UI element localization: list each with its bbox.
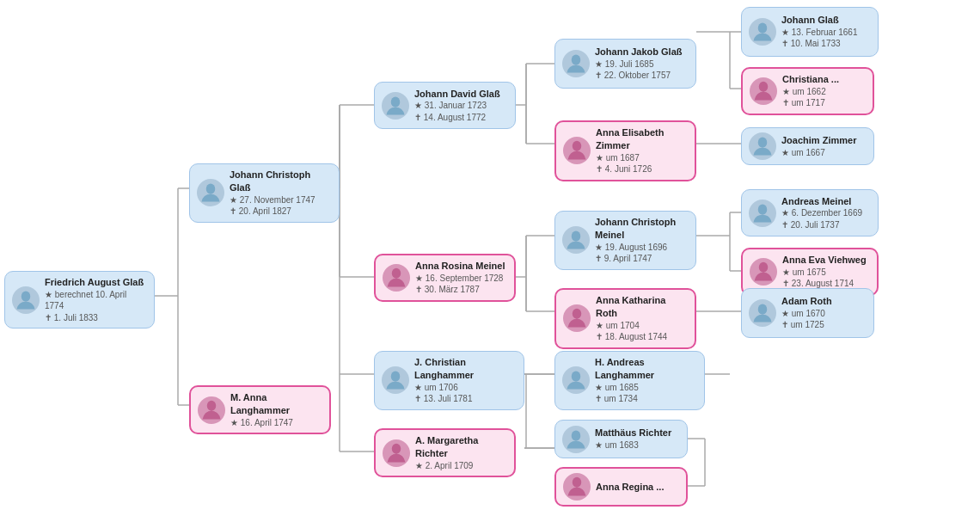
person-date-friedrich-0: ★ berechnet 10. April 1774 — [45, 289, 147, 312]
person-card-j_christian[interactable]: J. Christian Langhammer★ um 1706✝ 13. Ju… — [374, 351, 524, 410]
person-info-adam_roth: Adam Roth★ um 1670✝ um 1725 — [781, 295, 832, 331]
svg-point-63 — [390, 453, 402, 461]
svg-point-61 — [391, 372, 401, 382]
person-info-anna_rosina: Anna Rosina Meinel★ 16. September 1728✝ … — [415, 260, 505, 296]
svg-point-58 — [391, 96, 401, 107]
person-date-christiana-1: ✝ um 1717 — [782, 97, 839, 109]
person-card-adam_roth[interactable]: Adam Roth★ um 1670✝ um 1725 — [741, 288, 874, 338]
person-card-jakob[interactable]: Johann Jakob Glaß★ 19. Juli 1685✝ 22. Ok… — [554, 39, 696, 89]
person-name-adam_roth: Adam Roth — [781, 295, 832, 308]
svg-point-65 — [573, 141, 582, 151]
svg-point-66 — [571, 151, 583, 159]
person-name-anna_eva: Anna Eva Viehweg — [782, 254, 867, 267]
svg-point-78 — [758, 204, 768, 214]
person-card-anna_langhammer[interactable]: M. Anna Langhammer★ 16. April 1747 — [189, 385, 331, 434]
avatar-matthaus — [562, 426, 590, 453]
person-date-anna_langhammer-0: ★ 16. April 1747 — [230, 417, 322, 429]
svg-point-67 — [572, 231, 581, 242]
person-card-anna_rosina[interactable]: Anna Rosina Meinel★ 16. September 1728✝ … — [374, 254, 516, 302]
person-info-friedrich: Friedrich August Glaß★ berechnet 10. Apr… — [45, 276, 147, 323]
person-date-andreas_meinel-0: ★ 6. Dezember 1669 — [781, 207, 862, 219]
family-tree: Friedrich August Glaß★ berechnet 10. Apr… — [0, 0, 980, 516]
svg-point-71 — [572, 430, 581, 440]
person-date-johann_glas-1: ✝ 10. Mai 1733 — [781, 38, 858, 50]
person-info-christiana: Christiana ...★ um 1662✝ um 1717 — [782, 73, 839, 109]
person-date-h_andreas-1: ✝ um 1734 — [595, 393, 697, 405]
svg-point-76 — [757, 92, 769, 100]
person-info-david: Johann David Glaß★ 31. Januar 1723✝ 14. … — [414, 88, 500, 124]
person-date-anna_rosina-1: ✝ 30. März 1787 — [415, 284, 505, 296]
person-date-jc_meinel-1: ✝ 9. April 1747 — [595, 253, 689, 265]
person-card-matthaus[interactable]: Matthäus Richter★ um 1683 — [554, 420, 688, 458]
svg-point-64 — [572, 55, 581, 65]
person-card-a_margaretha[interactable]: A. Margaretha Richter★ 2. April 1709 — [374, 428, 516, 477]
avatar-anna_eva — [750, 258, 777, 286]
person-name-joachim: Joachim Zimmer — [781, 134, 856, 147]
person-info-anna_eva: Anna Eva Viehweg★ um 1675✝ 23. August 17… — [782, 254, 867, 290]
avatar-jakob — [562, 50, 590, 77]
avatar-andreas_meinel — [749, 200, 776, 227]
person-date-johann_glas-0: ★ 13. Februar 1661 — [781, 27, 858, 39]
person-card-anna_regina[interactable]: Anna Regina ... — [554, 467, 688, 507]
person-date-jakob-1: ✝ 22. Oktober 1757 — [595, 70, 682, 82]
person-name-anna_katharina: Anna Katharina Roth — [596, 294, 688, 320]
person-info-anna_langhammer: M. Anna Langhammer★ 16. April 1747 — [230, 391, 322, 428]
svg-point-70 — [572, 372, 581, 382]
person-date-david-1: ✝ 14. August 1772 — [414, 112, 500, 124]
person-date-anna_elisabeth-0: ★ um 1687 — [596, 152, 688, 164]
person-name-j_christian: J. Christian Langhammer — [414, 356, 517, 382]
person-name-anna_regina: Anna Regina ... — [596, 481, 664, 494]
person-date-j_christian-1: ✝ 13. Juli 1781 — [414, 393, 517, 405]
person-name-johann_glas: Johann Glaß — [781, 14, 858, 27]
person-info-a_margaretha: A. Margaretha Richter★ 2. April 1709 — [415, 434, 507, 471]
person-name-anna_langhammer: M. Anna Langhammer — [230, 391, 322, 417]
avatar-a_margaretha — [383, 439, 410, 467]
person-date-jc_meinel-0: ★ 19. August 1696 — [595, 242, 689, 254]
avatar-david — [382, 92, 409, 120]
person-card-david[interactable]: Johann David Glaß★ 31. Januar 1723✝ 14. … — [374, 82, 516, 129]
person-name-h_andreas: H. Andreas Langhammer — [595, 356, 697, 382]
person-info-jc_meinel: Johann Christoph Meinel★ 19. August 1696… — [595, 216, 689, 265]
person-info-andreas_meinel: Andreas Meinel★ 6. Dezember 1669✝ 20. Ju… — [781, 195, 862, 231]
avatar-friedrich — [12, 286, 40, 314]
person-card-anna_elisabeth[interactable]: Anna Elisabeth Zimmer★ um 1687✝ 4. Juni … — [554, 120, 696, 181]
person-card-andreas_meinel[interactable]: Andreas Meinel★ 6. Dezember 1669✝ 20. Ju… — [741, 189, 879, 236]
person-date-matthaus-0: ★ um 1683 — [595, 439, 671, 452]
person-date-anna_rosina-0: ★ 16. September 1728 — [415, 273, 505, 285]
avatar-anna_langhammer — [198, 396, 225, 424]
avatar-anna_rosina — [383, 264, 410, 292]
avatar-johann_glas — [749, 18, 776, 46]
svg-point-55 — [206, 184, 216, 194]
person-card-christoph[interactable]: Johann Christoph Glaß★ 27. November 1747… — [189, 163, 340, 223]
person-name-friedrich: Friedrich August Glaß — [45, 276, 147, 289]
person-name-jakob: Johann Jakob Glaß — [595, 46, 682, 58]
avatar-christiana — [750, 77, 777, 105]
person-name-christoph: Johann Christoph Glaß — [230, 169, 332, 194]
person-card-christiana[interactable]: Christiana ...★ um 1662✝ um 1717 — [741, 67, 874, 115]
person-date-christiana-0: ★ um 1662 — [782, 86, 839, 98]
avatar-anna_elisabeth — [563, 137, 591, 164]
person-info-matthaus: Matthäus Richter★ um 1683 — [595, 427, 671, 451]
svg-point-72 — [573, 477, 582, 488]
person-date-anna_katharina-0: ★ um 1704 — [596, 320, 688, 332]
person-info-joachim: Joachim Zimmer★ um 1667 — [781, 134, 856, 158]
person-card-johann_glas[interactable]: Johann Glaß★ 13. Februar 1661✝ 10. Mai 1… — [741, 7, 879, 57]
person-card-friedrich[interactable]: Friedrich August Glaß★ berechnet 10. Apr… — [4, 271, 155, 329]
person-date-h_andreas-0: ★ um 1685 — [595, 382, 697, 394]
person-card-h_andreas[interactable]: H. Andreas Langhammer★ um 1685✝ um 1734 — [554, 351, 705, 410]
person-name-anna_rosina: Anna Rosina Meinel — [415, 260, 505, 273]
svg-point-79 — [759, 262, 769, 273]
person-date-david-0: ★ 31. Januar 1723 — [414, 100, 500, 112]
svg-point-69 — [571, 319, 583, 327]
person-date-a_margaretha-0: ★ 2. April 1709 — [415, 460, 507, 472]
svg-point-75 — [759, 82, 769, 92]
person-info-christoph: Johann Christoph Glaß★ 27. November 1747… — [230, 169, 332, 218]
person-card-anna_katharina[interactable]: Anna Katharina Roth★ um 1704✝ 18. August… — [554, 288, 696, 349]
person-date-christoph-0: ★ 27. November 1747 — [230, 194, 332, 206]
person-card-jc_meinel[interactable]: Johann Christoph Meinel★ 19. August 1696… — [554, 211, 696, 270]
person-name-anna_elisabeth: Anna Elisabeth Zimmer — [596, 126, 688, 152]
person-info-j_christian: J. Christian Langhammer★ um 1706✝ 13. Ju… — [414, 356, 517, 405]
person-card-joachim[interactable]: Joachim Zimmer★ um 1667 — [741, 127, 874, 165]
person-info-johann_glas: Johann Glaß★ 13. Februar 1661✝ 10. Mai 1… — [781, 14, 858, 50]
person-date-christoph-1: ✝ 20. April 1827 — [230, 206, 332, 218]
